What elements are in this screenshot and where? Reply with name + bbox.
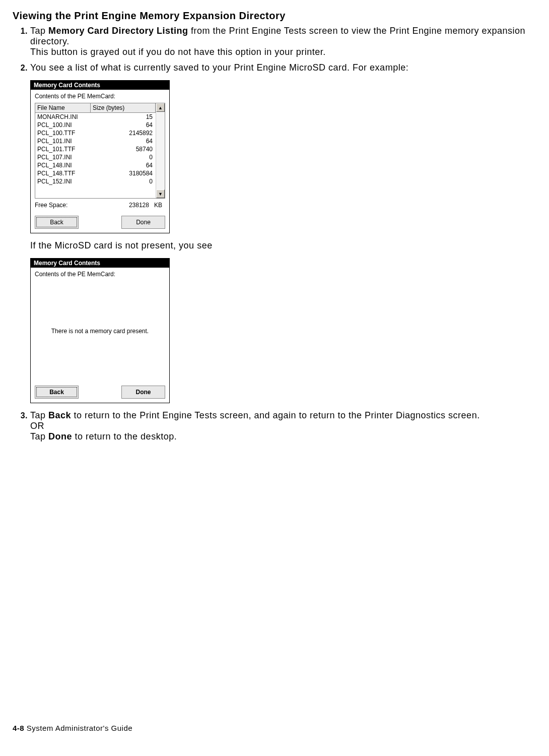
column-header-size[interactable]: Size (bytes) xyxy=(91,103,156,112)
file-name-cell: MONARCH.INI xyxy=(35,113,91,121)
done-button[interactable]: Done xyxy=(121,216,165,229)
table-row[interactable]: PCL_148.TTF3180584 xyxy=(35,169,156,177)
file-size-cell: 3180584 xyxy=(91,169,156,177)
step3-text-c: Tap xyxy=(30,431,48,442)
file-name-cell: PCL_101.INI xyxy=(35,137,91,145)
file-name-cell: PCL_148.TTF xyxy=(35,169,91,177)
step-3: Tap Back to return to the Print Engine T… xyxy=(30,410,536,442)
file-name-cell: PCL_100.INI xyxy=(35,121,91,129)
step2-text: You see a list of what is currently save… xyxy=(30,62,408,73)
done-button[interactable]: Done xyxy=(121,386,165,399)
table-row[interactable]: PCL_101.TTF58740 xyxy=(35,145,156,153)
table-row[interactable]: MONARCH.INI15 xyxy=(35,113,156,121)
file-size-cell: 15 xyxy=(91,113,156,121)
step2-note: If the MicroSD card is not present, you … xyxy=(30,240,536,251)
file-name-cell: PCL_101.TTF xyxy=(35,145,91,153)
done-label: Done xyxy=(48,431,72,442)
scrollbar[interactable]: ▲ ▼ xyxy=(156,103,165,198)
table-row[interactable]: PCL_152.INI0 xyxy=(35,177,156,185)
step3-or: OR xyxy=(30,421,44,431)
file-size-cell: 64 xyxy=(91,121,156,129)
page-number: 4-8 xyxy=(13,724,24,732)
guide-title: System Administrator's Guide xyxy=(24,724,132,732)
no-card-message: There is not a memory card present. xyxy=(51,328,149,335)
column-header-filename[interactable]: File Name xyxy=(35,103,91,112)
memory-card-directory-listing-label: Memory Card Directory Listing xyxy=(48,26,188,36)
step-1: Tap Memory Card Directory Listing from t… xyxy=(30,26,536,57)
file-name-cell: PCL_100.TTF xyxy=(35,129,91,137)
free-space-value: 238128 xyxy=(129,202,149,209)
step3-text-b: to return to the Print Engine Tests scre… xyxy=(71,410,480,420)
dialog-subtitle: Contents of the PE MemCard: xyxy=(35,93,165,100)
table-row[interactable]: PCL_100.INI64 xyxy=(35,121,156,129)
table-row[interactable]: PCL_101.INI64 xyxy=(35,137,156,145)
file-name-cell: PCL_107.INI xyxy=(35,153,91,161)
free-space-label: Free Space: xyxy=(35,202,67,209)
back-button[interactable]: Back xyxy=(35,386,79,399)
step3-text-d: to return to the desktop. xyxy=(72,431,177,442)
file-size-cell: 0 xyxy=(91,177,156,185)
file-size-cell: 2145892 xyxy=(91,129,156,137)
dialog-titlebar: Memory Card Contents xyxy=(31,81,169,90)
dialog-titlebar: Memory Card Contents xyxy=(31,259,169,268)
scroll-track[interactable] xyxy=(156,112,165,190)
file-name-cell: PCL_148.INI xyxy=(35,161,91,169)
dialog-subtitle: Contents of the PE MemCard: xyxy=(35,271,165,278)
file-size-cell: 58740 xyxy=(91,145,156,153)
memory-card-contents-dialog: Memory Card Contents Contents of the PE … xyxy=(30,80,170,233)
step3-text-a: Tap xyxy=(30,410,48,420)
step-2: You see a list of what is currently save… xyxy=(30,62,536,403)
table-row[interactable]: PCL_148.INI64 xyxy=(35,161,156,169)
back-button[interactable]: Back xyxy=(35,216,79,229)
step1-text-a: Tap xyxy=(30,26,48,36)
page-heading: Viewing the Print Engine Memory Expansio… xyxy=(13,10,536,22)
scroll-down-button[interactable]: ▼ xyxy=(156,190,165,198)
step1-text-c: This button is grayed out if you do not … xyxy=(30,47,326,57)
table-row[interactable]: PCL_107.INI0 xyxy=(35,153,156,161)
table-row[interactable]: PCL_100.TTF2145892 xyxy=(35,129,156,137)
file-name-cell: PCL_152.INI xyxy=(35,177,91,185)
memory-card-contents-dialog-empty: Memory Card Contents Contents of the PE … xyxy=(30,258,170,403)
back-label: Back xyxy=(48,410,71,420)
file-size-cell: 64 xyxy=(91,161,156,169)
file-list: File Name Size (bytes) MONARCH.INI15PCL_… xyxy=(35,103,165,199)
file-size-cell: 0 xyxy=(91,153,156,161)
file-size-cell: 64 xyxy=(91,137,156,145)
page-footer: 4-8 System Administrator's Guide xyxy=(13,723,132,733)
scroll-up-button[interactable]: ▲ xyxy=(156,103,165,112)
free-space-unit: KB xyxy=(154,202,162,209)
